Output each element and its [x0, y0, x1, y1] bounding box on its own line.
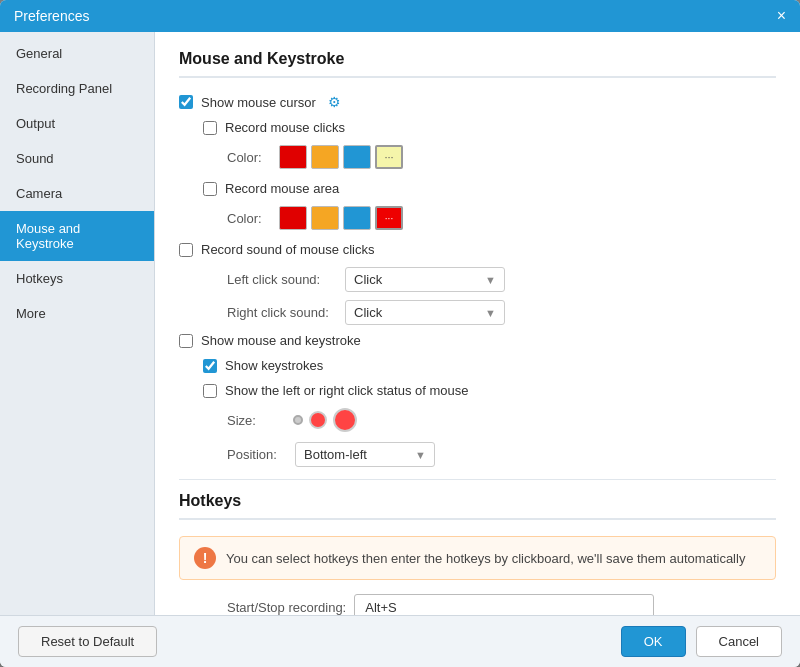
show-leftright-label: Show the left or right click status of m… — [225, 383, 469, 398]
gear-icon[interactable]: ⚙ — [328, 94, 341, 110]
start-stop-row: Start/Stop recording: — [227, 594, 776, 615]
right-click-row: Right click sound: Click ▼ — [227, 300, 776, 325]
position-label: Position: — [227, 447, 287, 462]
record-area-checkbox[interactable] — [203, 182, 217, 196]
color-swatch-orange-2[interactable] — [311, 206, 339, 230]
size-row: Size: — [227, 408, 776, 432]
sidebar-item-sound[interactable]: Sound — [0, 141, 154, 176]
color-swatch-red-1[interactable] — [279, 145, 307, 169]
size-label: Size: — [227, 413, 287, 428]
show-keystroke-label: Show mouse and keystroke — [201, 333, 361, 348]
color-row-1: Color: ··· — [227, 145, 776, 169]
start-stop-label: Start/Stop recording: — [227, 600, 346, 615]
chevron-down-icon: ▼ — [485, 274, 496, 286]
sidebar-item-hotkeys[interactable]: Hotkeys — [0, 261, 154, 296]
color-label-2: Color: — [227, 211, 267, 226]
dialog-title: Preferences — [14, 8, 89, 24]
show-keystroke-checkbox[interactable] — [179, 334, 193, 348]
show-cursor-checkbox[interactable] — [179, 95, 193, 109]
content-area: General Recording Panel Output Sound Cam… — [0, 32, 800, 615]
color-swatch-custom-2[interactable]: ··· — [375, 206, 403, 230]
show-keystrokes-checkbox[interactable] — [203, 359, 217, 373]
color-row-2: Color: ··· — [227, 206, 776, 230]
chevron-down-icon-3: ▼ — [415, 449, 426, 461]
color-swatch-blue-2[interactable] — [343, 206, 371, 230]
position-row: Position: Bottom-left ▼ — [227, 442, 776, 467]
show-keystrokes-row: Show keystrokes — [203, 358, 776, 373]
record-area-label: Record mouse area — [225, 181, 339, 196]
left-click-label: Left click sound: — [227, 272, 337, 287]
show-keystroke-row: Show mouse and keystroke — [179, 333, 776, 348]
show-keystrokes-label: Show keystrokes — [225, 358, 323, 373]
record-clicks-checkbox[interactable] — [203, 121, 217, 135]
chevron-down-icon-2: ▼ — [485, 307, 496, 319]
hotkeys-section: Hotkeys ! You can select hotkeys then en… — [179, 492, 776, 615]
size-dot-small[interactable] — [293, 415, 303, 425]
divider — [179, 479, 776, 480]
record-clicks-row: Record mouse clicks — [203, 120, 776, 135]
info-box: ! You can select hotkeys then enter the … — [179, 536, 776, 580]
right-click-select[interactable]: Click ▼ — [345, 300, 505, 325]
record-area-row: Record mouse area — [203, 181, 776, 196]
close-button[interactable]: × — [777, 8, 786, 24]
ok-button[interactable]: OK — [621, 626, 686, 657]
size-dot-large[interactable] — [333, 408, 357, 432]
show-cursor-label: Show mouse cursor — [201, 95, 316, 110]
color-swatch-blue-1[interactable] — [343, 145, 371, 169]
right-click-label: Right click sound: — [227, 305, 337, 320]
sidebar-item-more[interactable]: More — [0, 296, 154, 331]
show-leftright-checkbox[interactable] — [203, 384, 217, 398]
record-sound-checkbox[interactable] — [179, 243, 193, 257]
size-dot-medium[interactable] — [309, 411, 327, 429]
sidebar: General Recording Panel Output Sound Cam… — [0, 32, 155, 615]
left-click-select[interactable]: Click ▼ — [345, 267, 505, 292]
position-select[interactable]: Bottom-left ▼ — [295, 442, 435, 467]
sidebar-item-camera[interactable]: Camera — [0, 176, 154, 211]
color-swatch-custom-1[interactable]: ··· — [375, 145, 403, 169]
left-click-row: Left click sound: Click ▼ — [227, 267, 776, 292]
color-swatch-orange-1[interactable] — [311, 145, 339, 169]
record-clicks-label: Record mouse clicks — [225, 120, 345, 135]
record-sound-row: Record sound of mouse clicks — [179, 242, 776, 257]
info-text: You can select hotkeys then enter the ho… — [226, 551, 745, 566]
sidebar-item-mouse-keystroke[interactable]: Mouse and Keystroke — [0, 211, 154, 261]
cancel-button[interactable]: Cancel — [696, 626, 782, 657]
info-icon: ! — [194, 547, 216, 569]
footer: Reset to Default OK Cancel — [0, 615, 800, 667]
footer-actions: OK Cancel — [621, 626, 782, 657]
color-label-1: Color: — [227, 150, 267, 165]
show-cursor-row: Show mouse cursor ⚙ — [179, 94, 776, 110]
sidebar-item-general[interactable]: General — [0, 36, 154, 71]
record-sound-label: Record sound of mouse clicks — [201, 242, 374, 257]
hotkeys-section-title: Hotkeys — [179, 492, 776, 520]
mouse-section-title: Mouse and Keystroke — [179, 50, 776, 78]
sidebar-item-recording-panel[interactable]: Recording Panel — [0, 71, 154, 106]
color-swatch-red-2[interactable] — [279, 206, 307, 230]
start-stop-input[interactable] — [354, 594, 654, 615]
preferences-dialog: Preferences × General Recording Panel Ou… — [0, 0, 800, 667]
reset-button[interactable]: Reset to Default — [18, 626, 157, 657]
main-content: Mouse and Keystroke Show mouse cursor ⚙ … — [155, 32, 800, 615]
show-leftright-row: Show the left or right click status of m… — [203, 383, 776, 398]
sidebar-item-output[interactable]: Output — [0, 106, 154, 141]
titlebar: Preferences × — [0, 0, 800, 32]
